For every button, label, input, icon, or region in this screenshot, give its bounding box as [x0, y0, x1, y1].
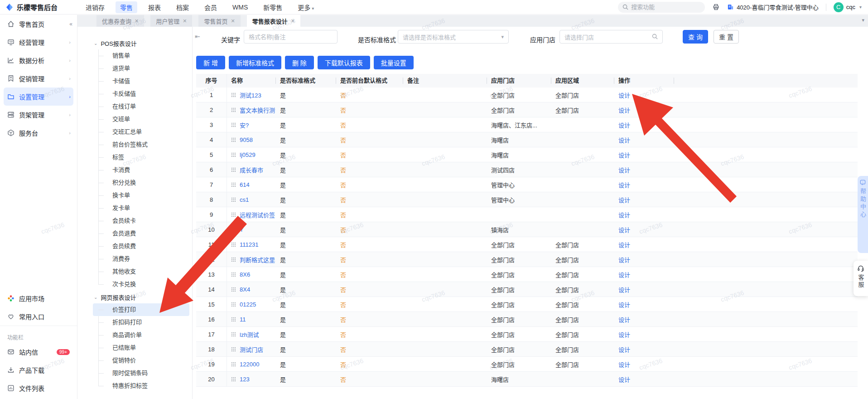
- tree-item-交班单[interactable]: 交班单: [93, 113, 189, 126]
- topbar-menu-item-进销存[interactable]: 进销存: [81, 1, 109, 13]
- report-name-link[interactable]: 测试123: [240, 91, 261, 99]
- report-name-link[interactable]: 123: [240, 376, 250, 383]
- design-link[interactable]: 设计: [618, 361, 630, 368]
- tree-item-消费券[interactable]: 消费券: [93, 253, 189, 265]
- tree-item-价签打印[interactable]: 价签打印: [93, 303, 189, 316]
- panel-collapse-icon[interactable]: ⇤: [195, 33, 200, 40]
- tree-item-交班汇总单[interactable]: 交班汇总单: [93, 126, 189, 138]
- topbar-menu-item-WMS[interactable]: WMS: [228, 2, 252, 12]
- tree-group-header-POS报表设计[interactable]: ⌄POS报表设计: [77, 37, 192, 49]
- report-name-link[interactable]: 11: [240, 316, 246, 323]
- topbar-menu-item-零售[interactable]: 零售: [116, 1, 137, 13]
- tab-零售首页[interactable]: 零售首页✕: [198, 15, 240, 27]
- toolbar-button-删除[interactable]: 删 除: [285, 56, 314, 69]
- drag-handle-icon[interactable]: [231, 347, 236, 352]
- printer-icon[interactable]: [712, 3, 720, 11]
- toolbar-button-新增标准格式[interactable]: 新增标准格式: [229, 56, 281, 69]
- design-link[interactable]: 设计: [618, 227, 630, 234]
- design-link[interactable]: 设计: [618, 167, 630, 174]
- report-name-link[interactable]: 远程测试价签...: [240, 210, 275, 219]
- design-link[interactable]: 设计: [618, 331, 630, 338]
- tree-item-换卡单[interactable]: 换卡单: [93, 189, 189, 202]
- search-input[interactable]: [631, 4, 694, 10]
- drag-handle-icon[interactable]: [231, 362, 236, 367]
- close-icon[interactable]: ✕: [291, 18, 295, 24]
- design-link[interactable]: 设计: [618, 197, 630, 204]
- drag-handle-icon[interactable]: [231, 272, 236, 277]
- design-link[interactable]: 设计: [618, 182, 630, 189]
- tabs-dropdown-icon[interactable]: ▾: [862, 17, 864, 23]
- design-link[interactable]: 设计: [618, 107, 630, 114]
- tree-item-已结账单[interactable]: 已结账单: [93, 341, 189, 354]
- drag-handle-icon[interactable]: [231, 287, 236, 292]
- tree-item-促销特价[interactable]: 促销特价: [93, 354, 189, 367]
- tree-item-会员退费[interactable]: 会员退费: [93, 227, 189, 240]
- topbar-menu-item-新零售[interactable]: 新零售: [259, 1, 287, 13]
- tab-零售报表设计[interactable]: 零售报表设计✕: [247, 15, 300, 27]
- sidebar-item-零售首页[interactable]: 零售首页«: [4, 15, 73, 33]
- topbar-menu-item-档案[interactable]: 档案: [172, 1, 193, 13]
- drag-handle-icon[interactable]: [231, 242, 236, 247]
- design-link[interactable]: 设计: [618, 376, 630, 383]
- sidebar-item-常用入口[interactable]: 常用入口: [4, 307, 73, 326]
- toolbar-button-新增[interactable]: 新 增: [196, 56, 225, 69]
- customer-service-button[interactable]: 客服: [854, 261, 868, 296]
- design-link[interactable]: 设计: [618, 346, 630, 353]
- report-name-link[interactable]: 判断格式这里看: [240, 255, 275, 264]
- keyword-input[interactable]: [249, 34, 333, 40]
- tree-item-限时促销条码[interactable]: 限时促销条码: [93, 367, 189, 380]
- design-link[interactable]: 设计: [618, 257, 630, 263]
- sidebar-item-经营管理[interactable]: 经营管理›: [4, 33, 73, 51]
- design-link[interactable]: 设计: [618, 272, 630, 278]
- tree-item-在线订单[interactable]: 在线订单: [93, 100, 189, 113]
- report-name-link[interactable]: 成长春市: [240, 165, 263, 174]
- drag-handle-icon[interactable]: [231, 182, 236, 187]
- sidebar-item-应用市场[interactable]: 应用市场: [4, 289, 73, 307]
- report-name-link[interactable]: 122000: [240, 361, 259, 368]
- drag-handle-icon[interactable]: [231, 332, 236, 337]
- design-link[interactable]: 设计: [618, 212, 630, 219]
- tree-item-会员续卡[interactable]: 会员续卡: [93, 214, 189, 227]
- report-name-link[interactable]: 8X4: [240, 286, 250, 293]
- close-icon[interactable]: ✕: [231, 18, 235, 24]
- report-name-link[interactable]: 111231: [240, 241, 258, 248]
- drag-handle-icon[interactable]: [231, 377, 236, 382]
- user-menu[interactable]: C cqc ▾: [834, 2, 862, 12]
- drag-handle-icon[interactable]: [231, 107, 236, 112]
- tree-item-退货单[interactable]: 退货单: [93, 62, 189, 75]
- design-link[interactable]: 设计: [618, 92, 630, 99]
- report-name-link[interactable]: 测试门店: [240, 345, 263, 354]
- design-link[interactable]: 设计: [618, 242, 630, 248]
- design-link[interactable]: 设计: [618, 287, 630, 293]
- tab-优惠券查询[interactable]: 优惠券查询✕: [96, 15, 144, 27]
- standard-format-select[interactable]: 请选择是否标准格式 ▾: [398, 30, 509, 44]
- global-search[interactable]: [618, 2, 705, 13]
- report-name-link[interactable]: 富文本换行测试: [240, 106, 275, 114]
- sidebar-item-产品下载[interactable]: 产品下载: [4, 361, 73, 379]
- report-name-link[interactable]: 01225: [240, 301, 256, 308]
- topbar-menu-item-更多[interactable]: 更多▾: [293, 1, 318, 13]
- close-icon[interactable]: ✕: [183, 18, 187, 24]
- report-name-link[interactable]: 614: [240, 181, 250, 188]
- tree-item-标签[interactable]: 标签: [93, 151, 189, 164]
- drag-handle-icon[interactable]: [231, 227, 236, 232]
- tab-用户管理[interactable]: 用户管理✕: [150, 15, 192, 27]
- tree-item-积分兑换[interactable]: 积分兑换: [93, 176, 189, 189]
- tree-item-商品调价单[interactable]: 商品调价单: [93, 329, 189, 341]
- design-link[interactable]: 设计: [618, 316, 630, 323]
- tree-item-销售单[interactable]: 销售单: [93, 49, 189, 62]
- report-name-link[interactable]: lzh测试: [240, 330, 259, 339]
- design-link[interactable]: 设计: [618, 122, 630, 129]
- sidebar-item-数据分析[interactable]: 数据分析›: [4, 51, 73, 69]
- report-name-link[interactable]: cs1: [240, 196, 249, 203]
- tree-item-折扣码打印[interactable]: 折扣码打印: [93, 316, 189, 329]
- design-link[interactable]: 设计: [618, 137, 630, 144]
- tree-item-会员续费[interactable]: 会员续费: [93, 240, 189, 253]
- close-icon[interactable]: ✕: [135, 18, 139, 24]
- tree-group-header-网页报表设计[interactable]: ⌄网页报表设计: [77, 291, 192, 303]
- drag-handle-icon[interactable]: [231, 317, 236, 322]
- toolbar-button-下载默认报表[interactable]: 下载默认报表: [318, 56, 370, 69]
- drag-handle-icon[interactable]: [231, 137, 236, 142]
- report-name-link[interactable]: 9058: [240, 136, 253, 143]
- tree-item-卡消费[interactable]: 卡消费: [93, 164, 189, 176]
